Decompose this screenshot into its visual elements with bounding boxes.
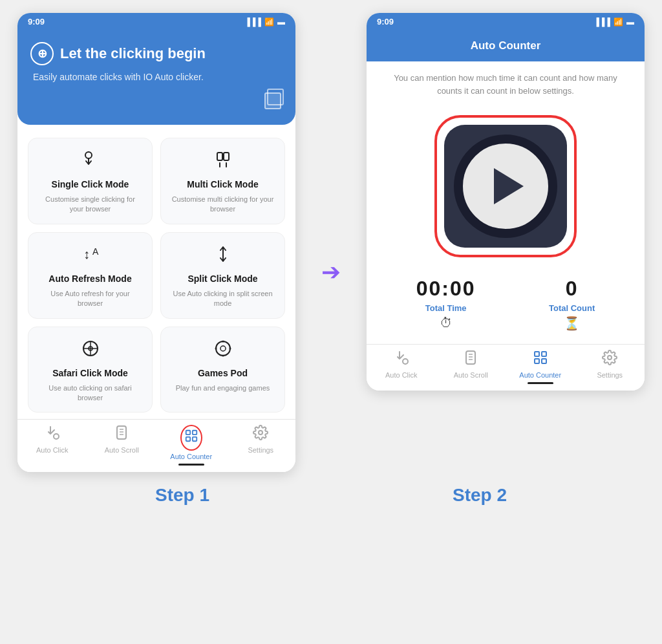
screen2-description: You can mention how much time it can cou…: [367, 61, 645, 102]
nav-label-settings-2: Settings: [597, 371, 623, 379]
time-1: 9:09: [28, 17, 45, 27]
auto-refresh-icon: ↕ A: [81, 244, 100, 268]
step2-label: Step 2: [341, 485, 619, 506]
nav-auto-scroll-1[interactable]: Auto Scroll: [87, 425, 157, 466]
status-bar-1: 9:09 ▐▐▐ 📶 ▬: [17, 13, 295, 30]
timer-section: 00:00 Total Time ⏱ 0 Total Count ⏳: [367, 270, 645, 344]
svg-point-15: [229, 347, 231, 349]
nav-settings-1[interactable]: Settings: [226, 425, 296, 466]
auto-scroll-nav-icon: [114, 425, 129, 444]
timer-icon: ⏱: [440, 316, 453, 330]
timer-value: 00:00: [416, 277, 476, 301]
card-desc-safari: Use auto clicking on safari browser: [37, 383, 143, 403]
nav-label-auto-scroll-1: Auto Scroll: [105, 446, 139, 454]
auto-scroll-nav-icon-2: [463, 350, 478, 369]
steps-container: Step 1 Step 2: [43, 485, 619, 506]
step1-label: Step 1: [43, 485, 321, 506]
nav-auto-click-2[interactable]: Auto Click: [367, 350, 436, 384]
timer-label: Total Time: [425, 303, 467, 313]
card-games[interactable]: Games Pod Play fun and engaging games: [160, 327, 285, 413]
status-icons-1: ▐▐▐ 📶 ▬: [244, 17, 285, 27]
single-click-icon: [81, 150, 100, 174]
auto-click-nav-icon-2: [394, 350, 409, 369]
play-button-outer-ring: [434, 115, 577, 257]
header-title: Let the clicking begin: [60, 45, 206, 62]
card-title-games: Games Pod: [198, 368, 248, 378]
auto-click-nav-icon: [45, 425, 60, 444]
svg-point-0: [85, 152, 92, 158]
nav-auto-scroll-2[interactable]: Auto Scroll: [436, 350, 506, 384]
svg-point-35: [608, 356, 612, 360]
card-title-multi: Multi Click Mode: [187, 179, 258, 189]
nav-label-auto-click-1: Auto Click: [36, 446, 69, 454]
card-desc-multi: Customise multi clicking for your browse…: [170, 195, 275, 215]
count-label: Total Count: [549, 303, 595, 313]
card-single-click[interactable]: Single Click Mode Customise single click…: [28, 138, 153, 224]
card-desc-refresh: Use Auto refresh for your browser: [37, 289, 143, 309]
card-title-split: Split Click Mode: [187, 274, 257, 284]
corner-decoration: [30, 89, 283, 107]
header-subtitle: Easily automate clicks with IO Auto clic…: [33, 72, 283, 82]
settings-nav-icon-2: [602, 350, 617, 369]
nav-label-auto-scroll-2: Auto Scroll: [454, 371, 488, 379]
card-auto-refresh[interactable]: ↕ A Auto Refresh Mode Use Auto refresh f…: [28, 232, 153, 319]
card-desc-split: Use Auto clicking in split screen mode: [170, 289, 275, 309]
header-title-row: ⊕ Let the clicking begin: [30, 42, 283, 65]
nav-label-settings-1: Settings: [248, 446, 273, 454]
active-indicator-1: [178, 464, 204, 466]
screen1-header: ⊕ Let the clicking begin Easily automate…: [17, 30, 295, 125]
svg-text:A: A: [92, 246, 99, 257]
signal-icon-2: ▐▐▐: [593, 17, 610, 27]
screen2-title: Auto Counter: [471, 39, 541, 52]
card-desc-single: Customise single clicking for your brows…: [37, 195, 143, 215]
svg-rect-31: [535, 352, 539, 356]
time-2: 9:09: [377, 17, 394, 27]
svg-rect-27: [466, 351, 475, 364]
nav-auto-counter-1[interactable]: Auto Counter: [156, 425, 226, 466]
arrow-container: ➔: [315, 259, 347, 286]
svg-point-26: [403, 359, 408, 364]
card-split-click[interactable]: Split Click Mode Use Auto clicking in sp…: [160, 232, 285, 319]
safari-icon: [81, 339, 100, 363]
count-value: 0: [566, 277, 579, 301]
nav-auto-counter-2[interactable]: Auto Counter: [506, 350, 575, 384]
play-button-inner: [444, 125, 567, 248]
auto-counter-nav-icon-2: [533, 350, 548, 369]
svg-rect-2: [224, 153, 229, 160]
hourglass-icon: ⏳: [564, 316, 580, 331]
total-count-block: 0 Total Count ⏳: [549, 277, 595, 331]
nav-label-auto-click-2: Auto Click: [385, 371, 418, 379]
svg-rect-1: [217, 153, 222, 160]
svg-rect-17: [117, 426, 126, 439]
svg-rect-24: [193, 437, 197, 441]
svg-point-11: [220, 346, 226, 351]
card-desc-games: Play fun and engaging games: [176, 383, 270, 393]
screen1: 9:09 ▐▐▐ 📶 ▬ ⊕ Let the clicking begin Ea…: [17, 13, 295, 472]
card-title-refresh: Auto Refresh Mode: [48, 274, 131, 284]
svg-point-12: [222, 340, 224, 342]
bottom-nav-2: Auto Click Auto Scroll: [367, 344, 645, 391]
active-indicator-2: [528, 382, 553, 384]
card-safari[interactable]: Safari Click Mode Use auto clicking on s…: [28, 327, 153, 413]
total-time-block: 00:00 Total Time ⏱: [416, 277, 476, 331]
svg-point-10: [216, 341, 230, 356]
play-button-ring: [454, 134, 557, 238]
card-multi-click[interactable]: Multi Click Mode Customise multi clickin…: [160, 138, 285, 224]
click-icon: ⊕: [37, 47, 47, 61]
svg-rect-33: [535, 359, 539, 363]
wifi-icon: 📶: [264, 17, 274, 27]
battery-icon-2: ▬: [626, 17, 634, 27]
card-title-safari: Safari Click Mode: [52, 368, 128, 378]
battery-icon: ▬: [277, 17, 285, 27]
nav-settings-2[interactable]: Settings: [575, 350, 645, 384]
multi-click-icon: [213, 150, 233, 174]
nav-label-auto-counter-1: Auto Counter: [170, 453, 212, 460]
screen2-header: Auto Counter: [367, 30, 645, 61]
split-click-icon: [213, 244, 233, 268]
bottom-nav-1: Auto Click Auto Scroll: [17, 419, 295, 472]
settings-nav-icon-1: [253, 425, 268, 444]
svg-point-13: [222, 354, 224, 356]
play-button-container[interactable]: [367, 102, 645, 270]
cards-grid: Single Click Mode Customise single click…: [17, 131, 295, 419]
nav-auto-click-1[interactable]: Auto Click: [17, 425, 87, 466]
